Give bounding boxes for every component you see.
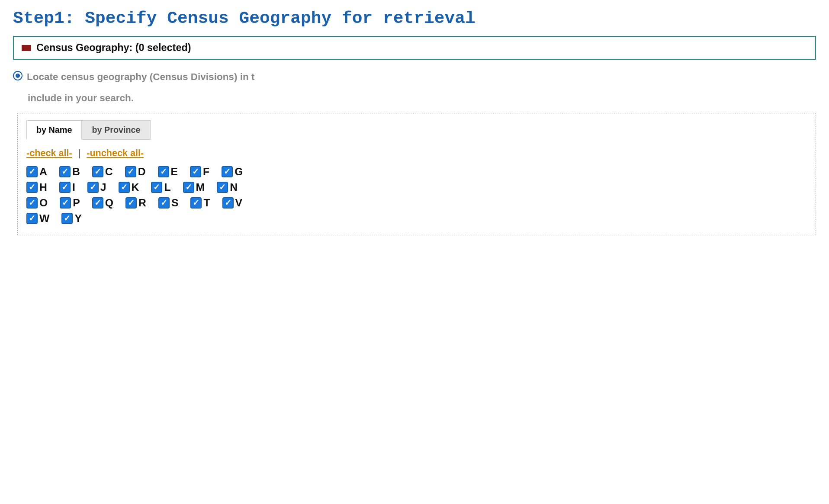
letter-label-k: K bbox=[132, 181, 139, 193]
letter-row-1: HIJKLMN bbox=[26, 181, 807, 193]
letter-item-c: C bbox=[92, 166, 113, 178]
letter-label-v: V bbox=[235, 197, 243, 209]
letter-label-n: N bbox=[230, 181, 238, 193]
checkbox-v[interactable] bbox=[222, 197, 234, 209]
checkbox-s[interactable] bbox=[158, 197, 170, 209]
letter-item-g: G bbox=[222, 166, 243, 178]
locate-text-line1: Locate census geography (Census Division… bbox=[27, 70, 254, 84]
check-all-link[interactable]: -check all- bbox=[26, 148, 72, 158]
letter-rows: ABCDEFGHIJKLMNOPQRSTVWY bbox=[26, 166, 807, 225]
letter-label-m: M bbox=[196, 181, 205, 193]
checkbox-t[interactable] bbox=[190, 197, 202, 209]
letter-row-2: OPQRSTV bbox=[26, 197, 807, 209]
letter-label-i: I bbox=[72, 181, 75, 193]
letter-item-h: H bbox=[26, 181, 47, 193]
tab-by-province[interactable]: by Province bbox=[82, 120, 150, 140]
letter-label-b: B bbox=[72, 166, 80, 178]
checkbox-e[interactable] bbox=[158, 166, 169, 177]
census-geography-icon bbox=[22, 45, 31, 51]
letter-label-q: Q bbox=[105, 197, 113, 209]
checkbox-k[interactable] bbox=[119, 182, 130, 193]
tab-container: by Name by Province -check all- | -unche… bbox=[17, 113, 816, 235]
checkbox-l[interactable] bbox=[151, 182, 162, 193]
letter-label-r: R bbox=[138, 197, 146, 209]
radio-inner bbox=[16, 74, 20, 78]
letter-item-w: W bbox=[26, 212, 49, 225]
letter-row-0: ABCDEFG bbox=[26, 166, 807, 178]
letter-label-o: O bbox=[39, 197, 48, 209]
letter-label-a: A bbox=[39, 166, 47, 178]
checkbox-w[interactable] bbox=[26, 213, 38, 224]
separator: | bbox=[78, 148, 81, 158]
letter-label-p: P bbox=[73, 197, 80, 209]
letter-label-h: H bbox=[39, 181, 47, 193]
census-geography-box: Census Geography: (0 selected) bbox=[13, 36, 816, 60]
check-controls: -check all- | -uncheck all- bbox=[26, 148, 807, 159]
letter-item-j: J bbox=[87, 181, 106, 193]
letter-label-f: F bbox=[203, 166, 209, 178]
letter-label-y: Y bbox=[74, 212, 82, 225]
letter-item-n: N bbox=[217, 181, 238, 193]
letter-item-q: Q bbox=[92, 197, 113, 209]
checkbox-h[interactable] bbox=[26, 182, 38, 193]
letter-item-m: M bbox=[183, 181, 205, 193]
letter-item-l: L bbox=[151, 181, 170, 193]
letter-label-c: C bbox=[105, 166, 113, 178]
checkbox-n[interactable] bbox=[217, 182, 228, 193]
letter-item-i: I bbox=[59, 181, 75, 193]
letter-label-w: W bbox=[39, 212, 49, 225]
letter-label-j: J bbox=[100, 181, 106, 193]
checkbox-c[interactable] bbox=[92, 166, 103, 177]
letter-row-3: WY bbox=[26, 212, 807, 225]
checkbox-p[interactable] bbox=[60, 197, 71, 209]
letter-item-b: B bbox=[59, 166, 80, 178]
letter-label-t: T bbox=[203, 197, 210, 209]
checkbox-r[interactable] bbox=[125, 197, 137, 209]
tab-by-name[interactable]: by Name bbox=[26, 120, 82, 140]
letter-item-v: V bbox=[222, 197, 243, 209]
letter-item-o: O bbox=[26, 197, 48, 209]
checkbox-o[interactable] bbox=[26, 197, 38, 209]
census-geography-label: Census Geography: (0 selected) bbox=[36, 42, 191, 54]
tabs-row: by Name by Province bbox=[26, 120, 807, 140]
letter-label-g: G bbox=[235, 166, 243, 178]
letter-item-a: A bbox=[26, 166, 47, 178]
locate-section: Locate census geography (Census Division… bbox=[13, 70, 816, 84]
letter-label-e: E bbox=[171, 166, 178, 178]
checkbox-f[interactable] bbox=[190, 166, 201, 177]
letter-item-y: Y bbox=[61, 212, 82, 225]
letter-label-s: S bbox=[171, 197, 179, 209]
letter-label-l: L bbox=[164, 181, 170, 193]
radio-circle bbox=[13, 71, 22, 80]
letter-item-e: E bbox=[158, 166, 178, 178]
checkbox-q[interactable] bbox=[92, 197, 103, 209]
checkbox-m[interactable] bbox=[183, 182, 194, 193]
checkbox-j[interactable] bbox=[87, 182, 99, 193]
locate-text-line2: include in your search. bbox=[13, 93, 816, 104]
checkbox-y[interactable] bbox=[61, 213, 73, 224]
letter-item-p: P bbox=[60, 197, 80, 209]
checkbox-g[interactable] bbox=[222, 166, 233, 177]
letter-label-d: D bbox=[138, 166, 146, 178]
checkbox-i[interactable] bbox=[59, 182, 71, 193]
checkbox-b[interactable] bbox=[59, 166, 71, 177]
letter-item-r: R bbox=[125, 197, 146, 209]
letter-item-s: S bbox=[158, 197, 179, 209]
locate-radio[interactable] bbox=[13, 71, 22, 80]
page-title: Step1: Specify Census Geography for retr… bbox=[13, 9, 816, 28]
checkbox-a[interactable] bbox=[26, 166, 38, 177]
letter-item-t: T bbox=[190, 197, 210, 209]
letter-item-f: F bbox=[190, 166, 209, 178]
letter-item-k: K bbox=[119, 181, 139, 193]
checkbox-d[interactable] bbox=[125, 166, 136, 177]
letter-item-d: D bbox=[125, 166, 146, 178]
uncheck-all-link[interactable]: -uncheck all- bbox=[87, 148, 144, 158]
